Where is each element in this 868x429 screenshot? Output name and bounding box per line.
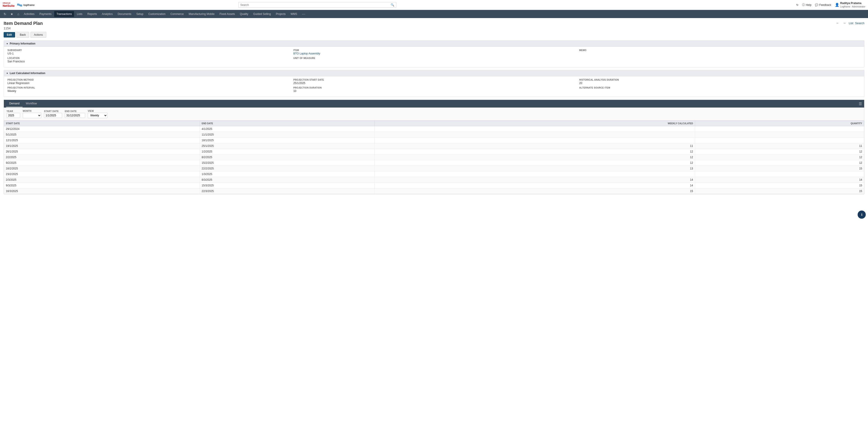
- item-value[interactable]: BTO Laptop Assembly: [293, 52, 575, 55]
- end-date-input[interactable]: [65, 113, 85, 118]
- last-calculated-title: Last Calculated Information: [10, 72, 45, 75]
- cell-weekly-calculated: 14: [374, 177, 695, 183]
- page-title-area: Item Demand Plan 1154: [4, 21, 43, 30]
- help-icon: ⓘ: [802, 3, 805, 7]
- cell-quantity: 15: [695, 183, 864, 189]
- table-row: 5/1/2025 11/1/2025: [4, 132, 864, 138]
- cell-end-date: 22/3/2025: [200, 189, 374, 194]
- projection-interval-field: PROJECTION INTERVAL Weekly: [7, 87, 289, 93]
- page-nav-actions: ← → List Search: [835, 21, 864, 25]
- projection-start-date-value: 25/1/2025: [293, 82, 575, 85]
- nav-item-setup[interactable]: Setup: [134, 11, 146, 17]
- start-date-input[interactable]: [44, 113, 62, 118]
- nav-bar: ↻ ★ ⌂ Activities Payments Transactions L…: [0, 10, 868, 18]
- nav-prev-arrow[interactable]: ←: [835, 21, 840, 25]
- location-label: LOCATION: [7, 57, 289, 59]
- primary-info-title: Primary Information: [10, 42, 35, 45]
- search-bar[interactable]: 🔍: [238, 2, 396, 8]
- month-select-wrapper[interactable]: January February March April: [23, 113, 41, 118]
- nav-item-transactions[interactable]: Transactions: [54, 11, 74, 17]
- nav-back-icon[interactable]: ↻: [2, 11, 8, 17]
- nav-item-manufacturing-mobile[interactable]: Manufacturing Mobile: [186, 11, 217, 17]
- view-control: VIEW Weekly Monthly Daily: [88, 110, 107, 118]
- cell-quantity: [695, 138, 864, 143]
- month-select[interactable]: January February March April: [23, 113, 41, 118]
- search-bar-container: 🔍: [238, 2, 396, 8]
- page-content: Item Demand Plan 1154 ← → List Search Ed…: [0, 18, 868, 200]
- view-select-wrapper[interactable]: Weekly Monthly Daily: [88, 113, 107, 118]
- table-row: 9/2/2025 15/2/2025 12 12: [4, 160, 864, 166]
- tab-workflow[interactable]: Workflow: [23, 100, 40, 107]
- cell-quantity: 14: [695, 177, 864, 183]
- logiframe-logo: logiframe: [17, 3, 35, 7]
- historical-analysis-duration-label: HISTORICAL ANALYSIS DURATION: [579, 79, 861, 81]
- start-date-control: START DATE: [44, 110, 62, 118]
- table-row: 9/3/2025 15/3/2025 14 15: [4, 183, 864, 189]
- nav-item-analytics[interactable]: Analytics: [99, 11, 115, 17]
- nav-item-payments[interactable]: Payments: [37, 11, 54, 17]
- tab-demand[interactable]: Demand: [6, 100, 23, 107]
- nav-next-arrow[interactable]: →: [842, 21, 847, 25]
- primary-info-header[interactable]: ▼ Primary Information: [4, 41, 864, 47]
- nav-item-lists[interactable]: Lists: [74, 11, 85, 17]
- year-label: YEAR: [6, 110, 20, 113]
- unit-of-measure-label: UNIT OF MEASURE: [293, 57, 575, 59]
- actions-button[interactable]: Actions: [30, 32, 46, 38]
- cell-start-date: 19/1/2025: [4, 143, 200, 149]
- year-control: YEAR: [6, 110, 20, 118]
- user-menu[interactable]: 👤 Raditya Pratama Logiframe · Administra…: [835, 2, 865, 8]
- memo-label: MEMO: [579, 49, 861, 52]
- cell-start-date: 29/12/2024: [4, 126, 200, 132]
- nav-more-button[interactable]: ⋯: [300, 10, 307, 18]
- back-button[interactable]: Back: [17, 32, 29, 38]
- feedback-button[interactable]: 💬 Feedback: [815, 3, 831, 6]
- cell-end-date: 8/3/2025: [200, 177, 374, 183]
- help-label: Help: [806, 3, 811, 6]
- cell-end-date: 15/2/2025: [200, 160, 374, 166]
- projection-method-field: PROJECTION METHOD Linear Regression: [7, 79, 289, 85]
- projection-interval-value: Weekly: [7, 89, 289, 93]
- help-button[interactable]: ⓘ Help: [802, 3, 811, 7]
- oracle-netsuite-logo: ORACLE NetSuite: [3, 2, 15, 7]
- table-row: 23/2/2025 1/3/2025: [4, 171, 864, 177]
- location-value: San Francisco: [7, 60, 289, 63]
- view-select[interactable]: Weekly Monthly Daily: [88, 113, 107, 118]
- nav-item-quality[interactable]: Quality: [238, 11, 250, 17]
- nav-item-wms[interactable]: WMS: [288, 11, 300, 17]
- last-calculated-row2: PROJECTION INTERVAL Weekly PROJECTION DU…: [7, 87, 861, 93]
- nav-star-icon[interactable]: ★: [8, 11, 15, 17]
- last-calculated-row1: PROJECTION METHOD Linear Regression PROJ…: [7, 79, 861, 85]
- refresh-button[interactable]: ↻: [796, 3, 799, 6]
- subsidiary-label: SUBSIDIARY: [7, 49, 289, 52]
- subsidiary-value: US-1: [7, 52, 289, 55]
- col-end-date: END DATE: [200, 121, 374, 126]
- demand-controls: YEAR MONTH January February March April …: [4, 108, 864, 121]
- edit-button[interactable]: Edit: [4, 32, 15, 37]
- nav-list-link[interactable]: List: [849, 22, 853, 25]
- nav-item-projects[interactable]: Projects: [274, 11, 288, 17]
- search-input[interactable]: [240, 3, 391, 6]
- nav-item-documents[interactable]: Documents: [115, 11, 134, 17]
- nav-item-customization[interactable]: Customization: [146, 11, 168, 17]
- logo-area: ORACLE NetSuite logiframe: [3, 2, 34, 7]
- projection-start-date-label: PROJECTION START DATE: [293, 79, 575, 81]
- nav-item-guided-selling[interactable]: Guided Selling: [251, 11, 273, 17]
- last-calculated-header[interactable]: ▼ Last Calculated Information: [4, 70, 864, 76]
- nav-item-fixed-assets[interactable]: Fixed Assets: [217, 11, 237, 17]
- table-body: 29/12/2024 4/1/2025 5/1/2025 11/1/2025 1…: [4, 126, 864, 194]
- alternate-source-item-label: ALTERNATE SOURCE ITEM: [579, 87, 861, 89]
- nav-item-reports[interactable]: Reports: [85, 11, 99, 17]
- cell-end-date: 25/1/2025: [200, 143, 374, 149]
- cell-end-date: 1/2/2025: [200, 149, 374, 154]
- logiframe-text: logiframe: [24, 4, 35, 6]
- nav-item-activities[interactable]: Activities: [22, 11, 37, 17]
- nav-search-link[interactable]: Search: [855, 22, 864, 25]
- nav-item-commerce[interactable]: Commerce: [168, 11, 186, 17]
- feedback-icon: 💬: [815, 3, 818, 6]
- tabs-menu-icon[interactable]: ☰: [859, 102, 862, 106]
- chevron-down-icon: ▼: [6, 42, 8, 45]
- projection-method-label: PROJECTION METHOD: [7, 79, 289, 81]
- year-input[interactable]: [6, 113, 20, 118]
- nav-home-icon[interactable]: ⌂: [16, 11, 21, 17]
- table-row: 2/2/2025 8/2/2025 12 12: [4, 154, 864, 160]
